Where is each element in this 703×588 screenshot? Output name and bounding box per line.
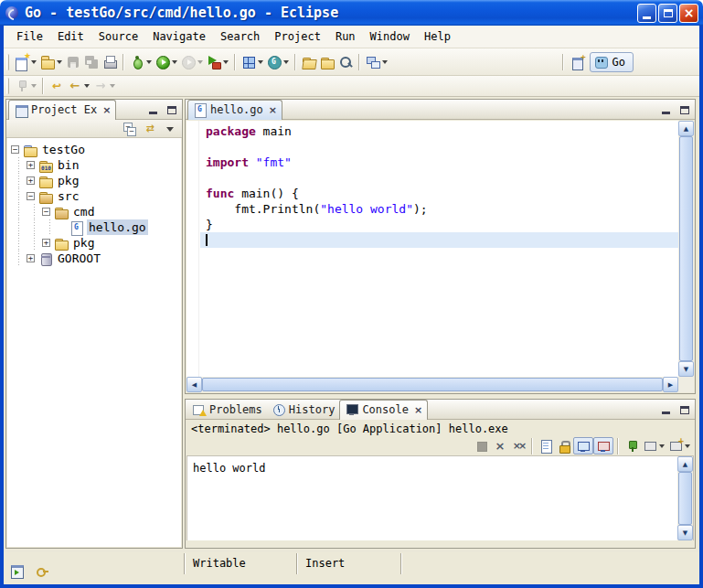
external-tools-button[interactable] xyxy=(205,52,230,72)
open-resource-button[interactable] xyxy=(300,52,318,72)
open-perspective-button[interactable] xyxy=(570,52,588,72)
minimize-button[interactable] xyxy=(637,4,656,23)
editor-vertical-scrollbar[interactable]: ▲ ▼ xyxy=(678,121,694,377)
godoc-button[interactable] xyxy=(265,52,291,72)
close-console-tab-icon[interactable]: × xyxy=(414,405,422,415)
tab-project-explorer[interactable]: Project Ex × xyxy=(8,100,116,120)
close-editor-tab-icon[interactable]: × xyxy=(269,105,277,115)
menu-edit[interactable]: Edit xyxy=(50,26,91,48)
new-go-project-dropdown-arrow[interactable] xyxy=(57,60,62,64)
menu-navigate[interactable]: Navigate xyxy=(145,26,213,48)
tree-collapse-toggle[interactable]: − xyxy=(11,145,19,154)
forward-dropdown-arrow[interactable] xyxy=(110,84,115,88)
tree-item-cmd[interactable]: −cmd xyxy=(7,204,181,219)
terminate-button[interactable] xyxy=(473,437,491,454)
tab-console[interactable]: Console× xyxy=(339,400,428,420)
pin-editor-dropdown-arrow[interactable] xyxy=(31,84,37,88)
scrollbar-thumb[interactable] xyxy=(678,472,692,525)
show-stderr-button[interactable] xyxy=(593,437,613,454)
back-dropdown-arrow[interactable] xyxy=(84,84,90,88)
console-scrollbar[interactable]: ▲ ▼ xyxy=(677,456,693,540)
tree-item-testGo[interactable]: −testGo xyxy=(7,142,181,157)
tree-expand-toggle[interactable]: + xyxy=(27,161,35,169)
forward-button[interactable] xyxy=(91,77,117,95)
code-line-3[interactable]: import "fmt" xyxy=(200,155,678,170)
save-all-button[interactable] xyxy=(82,52,101,72)
new-wizard-button[interactable] xyxy=(13,52,38,72)
tree-expand-toggle[interactable]: + xyxy=(42,239,50,247)
scrollbar-thumb[interactable] xyxy=(679,136,693,361)
new-go-project-button[interactable] xyxy=(38,52,64,72)
run-button[interactable] xyxy=(154,52,179,72)
pin-editor-button[interactable] xyxy=(13,77,38,95)
scrollbar-thumb[interactable] xyxy=(202,378,663,391)
scroll-right-button[interactable]: ▶ xyxy=(663,377,678,392)
toolbar-gripper[interactable] xyxy=(6,54,9,70)
close-tab-icon[interactable]: × xyxy=(102,105,111,115)
minimize-view-button[interactable] xyxy=(657,402,674,417)
search-button[interactable] xyxy=(336,52,355,72)
remove-launch-button[interactable] xyxy=(491,437,509,454)
new-go-app-button[interactable] xyxy=(240,52,265,72)
maximize-view-button[interactable] xyxy=(676,102,693,117)
close-button[interactable]: × xyxy=(679,4,698,23)
tree-item-GOROOT[interactable]: +GOROOT xyxy=(7,251,181,266)
team-sync-button[interactable] xyxy=(364,52,389,72)
remove-all-launches-button[interactable] xyxy=(509,437,527,454)
tree-expand-toggle[interactable]: + xyxy=(27,176,35,185)
external-tools-dropdown-arrow[interactable] xyxy=(223,60,229,64)
maximize-view-button[interactable] xyxy=(164,102,180,117)
new-go-app-dropdown-arrow[interactable] xyxy=(258,60,263,64)
new-wizard-dropdown-arrow[interactable] xyxy=(31,60,37,64)
print-button[interactable] xyxy=(101,52,119,72)
tree-collapse-toggle[interactable]: − xyxy=(42,208,50,216)
minimize-view-button[interactable] xyxy=(144,102,161,117)
display-console-dropdown-arrow[interactable] xyxy=(659,444,665,448)
annotation-ruler[interactable] xyxy=(186,121,199,377)
scroll-lock-button[interactable] xyxy=(555,437,573,454)
debug-dropdown-arrow[interactable] xyxy=(146,60,152,64)
code-line-2[interactable] xyxy=(200,139,678,155)
scroll-down-button[interactable]: ▼ xyxy=(677,525,693,540)
code-line-6[interactable]: fmt.Println("hello world"); xyxy=(200,201,678,217)
tree-expand-toggle[interactable]: + xyxy=(27,254,35,262)
menu-project[interactable]: Project xyxy=(267,26,328,48)
pin-console-button[interactable] xyxy=(623,437,641,454)
fast-view-button[interactable] xyxy=(8,561,27,581)
code-line-1[interactable]: package main xyxy=(200,123,678,139)
tree-collapse-toggle[interactable]: − xyxy=(27,192,35,200)
tree-item-pkg[interactable]: +pkg xyxy=(7,173,181,188)
show-stdout-button[interactable] xyxy=(573,437,593,454)
minimize-view-button[interactable] xyxy=(657,102,674,117)
profile-button[interactable] xyxy=(179,52,205,72)
open-console-button[interactable] xyxy=(666,437,692,454)
menu-file[interactable]: File xyxy=(9,26,50,48)
tab-problems[interactable]: Problems xyxy=(187,401,267,419)
menu-run[interactable]: Run xyxy=(328,26,363,48)
maximize-button[interactable] xyxy=(658,4,677,23)
view-menu-button[interactable] xyxy=(161,119,179,139)
profile-dropdown-arrow[interactable] xyxy=(197,60,203,64)
maximize-view-button[interactable] xyxy=(676,402,693,417)
toolbar-gripper[interactable] xyxy=(6,78,9,94)
code-line-4[interactable] xyxy=(200,170,678,186)
console-output[interactable]: hello world ▲ ▼ xyxy=(186,455,694,540)
display-console-button[interactable] xyxy=(641,437,666,454)
tree-item-pkg[interactable]: +pkg xyxy=(7,235,181,251)
code-line-7[interactable]: } xyxy=(200,217,678,232)
open-console-dropdown-arrow[interactable] xyxy=(685,444,690,448)
debug-button[interactable] xyxy=(128,52,154,72)
back-button[interactable] xyxy=(66,77,91,95)
code-area[interactable]: package mainimport "fmt"func main() { fm… xyxy=(200,121,678,377)
save-button[interactable] xyxy=(64,52,82,72)
last-edit-location-button[interactable] xyxy=(48,77,66,95)
scroll-up-button[interactable]: ▲ xyxy=(678,121,694,136)
menu-search[interactable]: Search xyxy=(213,26,267,48)
key-button[interactable] xyxy=(33,561,51,581)
tab-hello-go-editor[interactable]: hello.go × xyxy=(187,100,282,120)
menu-source[interactable]: Source xyxy=(91,26,145,48)
tree-item-bin[interactable]: +bin xyxy=(7,157,181,173)
team-sync-dropdown-arrow[interactable] xyxy=(382,60,388,64)
link-with-editor-button[interactable] xyxy=(141,119,159,139)
clear-console-button[interactable] xyxy=(537,437,555,454)
